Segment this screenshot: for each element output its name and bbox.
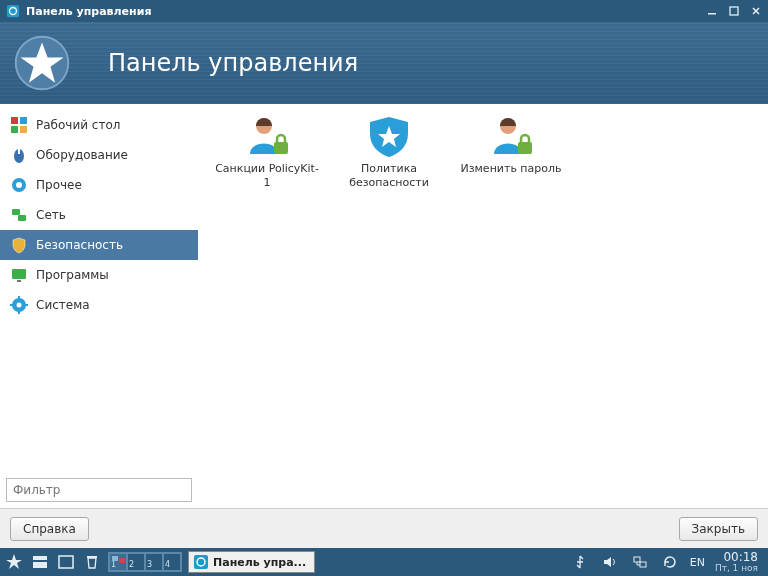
sidebar-item-network[interactable]: Сеть <box>0 200 198 230</box>
svg-rect-8 <box>11 117 18 124</box>
workspace-switcher[interactable]: 1 2 3 4 <box>108 552 182 572</box>
app-item-policykit[interactable]: Санкции PolicyKit-1 <box>212 114 322 190</box>
desktop-icon <box>10 116 28 134</box>
start-menu-icon[interactable] <box>4 552 24 572</box>
app-item-label: Изменить пароль <box>460 162 561 176</box>
sidebar-item-label: Безопасность <box>36 238 123 252</box>
workspace-4[interactable]: 4 <box>163 553 181 571</box>
file-manager-icon[interactable] <box>30 552 50 572</box>
svg-rect-9 <box>20 117 27 124</box>
app-item-security-policy[interactable]: Политика безопасности <box>334 114 444 190</box>
user-lock-icon <box>242 114 292 158</box>
svg-rect-2 <box>708 13 716 15</box>
svg-rect-3 <box>730 7 738 15</box>
svg-rect-33 <box>33 562 47 568</box>
svg-rect-41 <box>640 562 646 567</box>
workspace-1[interactable]: 1 <box>109 553 127 571</box>
window-title: Панель управления <box>26 5 706 18</box>
maximize-button[interactable] <box>728 5 740 17</box>
svg-rect-30 <box>518 142 532 154</box>
svg-rect-19 <box>17 280 21 282</box>
sidebar-item-label: Система <box>36 298 90 312</box>
svg-rect-13 <box>18 149 20 154</box>
sidebar-item-security[interactable]: Безопасность <box>0 230 198 260</box>
show-desktop-icon[interactable] <box>56 552 76 572</box>
sidebar: Рабочий стол Оборудование Прочее <box>0 104 198 508</box>
gear-icon <box>10 176 28 194</box>
sidebar-item-label: Сеть <box>36 208 66 222</box>
update-icon[interactable] <box>660 552 680 572</box>
svg-marker-31 <box>6 554 22 569</box>
sidebar-item-label: Рабочий стол <box>36 118 120 132</box>
shield-icon <box>10 236 28 254</box>
network-icon <box>10 206 28 224</box>
taskbar-left: 1 2 3 4 Панель упра... <box>4 551 315 573</box>
minimize-button[interactable] <box>706 5 718 17</box>
sidebar-item-desktop[interactable]: Рабочий стол <box>0 110 198 140</box>
svg-rect-10 <box>11 126 18 133</box>
svg-rect-0 <box>7 5 19 17</box>
svg-rect-35 <box>87 556 97 558</box>
sidebar-item-programs[interactable]: Программы <box>0 260 198 290</box>
sidebar-item-system[interactable]: Система <box>0 290 198 320</box>
workspace-2[interactable]: 2 <box>127 553 145 571</box>
content-area: Санкции PolicyKit-1 Политика безопасност… <box>198 104 768 508</box>
svg-rect-16 <box>12 209 20 215</box>
taskbar-app-button[interactable]: Панель упра... <box>188 551 315 573</box>
app-item-label: Санкции PolicyKit-1 <box>212 162 322 190</box>
svg-rect-38 <box>194 555 208 569</box>
svg-point-15 <box>16 182 22 188</box>
app-icon <box>6 4 20 18</box>
svg-rect-40 <box>634 557 640 562</box>
svg-rect-37 <box>119 558 125 563</box>
titlebar: Панель управления <box>0 0 768 22</box>
shield-star-icon <box>364 114 414 158</box>
footer: Справка Закрыть <box>0 508 768 548</box>
clock[interactable]: 00:18 Пт, 1 ноя <box>715 551 758 573</box>
svg-rect-11 <box>20 126 27 133</box>
sidebar-item-label: Программы <box>36 268 109 282</box>
help-button[interactable]: Справка <box>10 517 89 541</box>
clock-date: Пт, 1 ноя <box>715 564 758 573</box>
taskbar-app-label: Панель упра... <box>213 556 306 569</box>
workspace-3[interactable]: 3 <box>145 553 163 571</box>
svg-rect-32 <box>33 556 47 560</box>
close-window-button[interactable]: Закрыть <box>679 517 758 541</box>
volume-icon[interactable] <box>600 552 620 572</box>
mouse-icon <box>10 146 28 164</box>
header-star-icon <box>12 33 72 93</box>
svg-rect-36 <box>112 556 118 561</box>
network-tray-icon[interactable] <box>630 552 650 572</box>
user-lock-icon <box>486 114 536 158</box>
svg-rect-34 <box>59 556 73 568</box>
header-title: Панель управления <box>108 49 358 77</box>
taskbar: 1 2 3 4 Панель упра... EN 00:18 Пт, 1 но… <box>0 548 768 576</box>
sidebar-list: Рабочий стол Оборудование Прочее <box>0 104 198 472</box>
filter-input[interactable] <box>6 478 192 502</box>
keyboard-layout[interactable]: EN <box>690 556 705 569</box>
body: Рабочий стол Оборудование Прочее <box>0 104 768 508</box>
app-item-change-password[interactable]: Изменить пароль <box>456 114 566 176</box>
programs-icon <box>10 266 28 284</box>
svg-point-21 <box>17 303 22 308</box>
sidebar-item-hardware[interactable]: Оборудование <box>0 140 198 170</box>
svg-rect-27 <box>274 142 288 154</box>
clock-time: 00:18 <box>723 551 758 564</box>
sidebar-item-other[interactable]: Прочее <box>0 170 198 200</box>
taskbar-right: EN 00:18 Пт, 1 ноя <box>570 551 764 573</box>
window: Панель управления Панель управления Рабо… <box>0 0 768 548</box>
close-button[interactable] <box>750 5 762 17</box>
svg-rect-17 <box>18 215 26 221</box>
window-controls <box>706 5 762 17</box>
sidebar-item-label: Оборудование <box>36 148 128 162</box>
filter-box <box>6 478 192 502</box>
header-banner: Панель управления <box>0 22 768 104</box>
sidebar-item-label: Прочее <box>36 178 82 192</box>
trash-icon[interactable] <box>82 552 102 572</box>
svg-rect-18 <box>12 269 26 279</box>
app-item-label: Политика безопасности <box>334 162 444 190</box>
usb-icon[interactable] <box>570 552 590 572</box>
system-gear-icon <box>10 296 28 314</box>
